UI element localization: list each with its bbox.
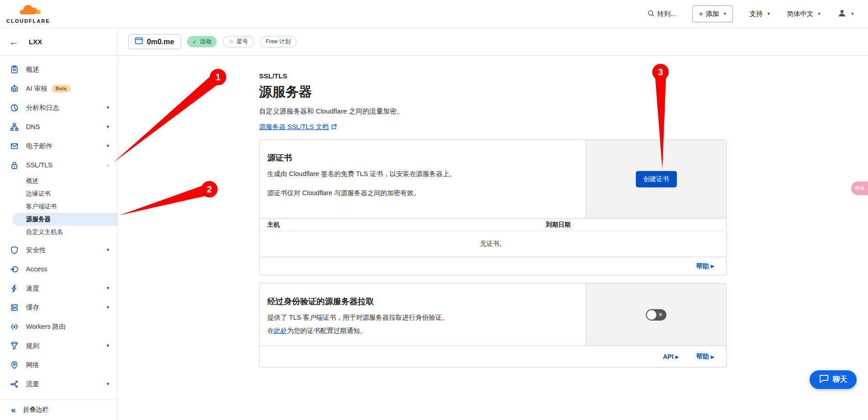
add-button[interactable]: + 添加 ▼	[692, 5, 733, 22]
star-badge[interactable]: ☆ 星号	[223, 36, 254, 47]
chat-label: 聊天	[833, 375, 847, 384]
origin-certificates-card: 源证书 生成由 Cloudflare 签名的免费 TLS 证书，以安装在源服务器…	[259, 140, 727, 275]
sidebar-item-analytics-logs[interactable]: 分析和日志▼	[0, 98, 117, 117]
sidebar-item-label: Workers 路由	[26, 322, 66, 331]
sidebar-nav: 概述AI 审核Beta分析和日志▼DNS▼电子邮件▼SSL/TLS▲概述边缘证书…	[0, 56, 117, 394]
here-link[interactable]: 此处	[274, 327, 287, 334]
sidebar-subitem-origin-server[interactable]: 源服务器	[12, 213, 117, 226]
status-badge-label: 活动	[200, 38, 211, 46]
language-menu[interactable]: 简体中文 ▼	[787, 10, 821, 18]
create-certificate-button[interactable]: 创建证书	[636, 171, 677, 187]
collapse-sidebar-label: 折叠边栏	[23, 406, 49, 414]
toggle-knob	[647, 310, 656, 320]
chevron-down-icon: ▼	[106, 305, 110, 310]
sidebar-item-label: 网络	[26, 361, 39, 369]
sidebar-item-network[interactable]: 网络	[0, 355, 117, 374]
translate-widget[interactable]: 中A	[851, 181, 868, 195]
beta-badge: Beta	[52, 85, 71, 93]
sidebar-item-label: 缓存	[26, 303, 39, 312]
translate-icon: 中A	[855, 185, 864, 192]
annotation-number: 2	[207, 184, 212, 194]
sidebar-item-label: 电子邮件	[26, 142, 52, 150]
cloudflare-logo-text: CLOUDFLARE	[6, 18, 50, 24]
overview-icon	[10, 65, 19, 74]
annotation-number: 1	[215, 72, 220, 82]
origin-certificates-action-panel: 创建证书	[586, 140, 726, 218]
section-eyebrow: SSL/TLS	[259, 72, 727, 80]
chevron-down-icon: ▼	[817, 12, 821, 16]
speed-icon	[10, 284, 19, 293]
annotation-arrow-2: 2	[120, 181, 218, 215]
sidebar-item-ssl-tls[interactable]: SSL/TLS▲	[0, 156, 117, 175]
chevron-down-icon: ▼	[851, 12, 854, 16]
cloudflare-cloud-icon	[13, 5, 43, 19]
account-back-row: ← LXX	[0, 28, 117, 56]
zone-bar: 0m0.me ✓ 活动 ☆ 星号 Free 计划	[118, 28, 868, 56]
authenticated-origin-pulls-desc: 提供了 TLS 客户端证书，用于对源服务器拉取进行身份验证。	[267, 313, 572, 322]
sidebar-item-dns[interactable]: DNS▼	[0, 117, 117, 136]
support-label: 支持	[749, 10, 763, 18]
chevron-right-icon: ▶	[711, 264, 714, 269]
sidebar-subitem-client-certificates[interactable]: 客户端证书	[0, 200, 117, 213]
sidebar-item-label: 概述	[26, 65, 39, 74]
api-link[interactable]: API ▶	[663, 353, 679, 360]
analytics-icon	[10, 103, 19, 112]
sidebar-item-speed[interactable]: 速度▼	[0, 279, 117, 298]
sidebar-subitem-ssl-overview[interactable]: 概述	[0, 175, 117, 187]
sidebar-item-rules[interactable]: 规则▼	[0, 336, 117, 355]
sidebar-item-label: DNS	[26, 123, 40, 130]
domain-selector-button[interactable]: 0m0.me	[128, 34, 181, 49]
collapse-sidebar-button[interactable]: « 折叠边栏	[0, 399, 117, 420]
authenticated-origin-pulls-toggle[interactable]: ✕	[646, 309, 666, 321]
email-icon	[10, 141, 19, 150]
star-icon: ☆	[229, 38, 234, 45]
page-title: 源服务器	[259, 83, 727, 101]
go-to-label: 转到...	[657, 10, 676, 18]
sidebar-item-label: 安全性	[26, 246, 46, 254]
chat-bubble-icon	[819, 374, 829, 385]
star-badge-label: 星号	[237, 38, 248, 46]
origin-ssl-docs-link[interactable]: 源服务器 SSL/TLS 文档	[259, 123, 329, 130]
shield-icon	[10, 245, 19, 254]
account-menu[interactable]: ▼	[837, 9, 854, 19]
chevron-down-icon: ▼	[723, 12, 727, 16]
help-link[interactable]: 帮助 ▶	[696, 353, 714, 361]
sidebar: ← LXX 概述AI 审核Beta分析和日志▼DNS▼电子邮件▼SSL/TLS▲…	[0, 28, 118, 420]
certificates-table-header: 主机 到期日期	[260, 218, 726, 231]
origin-certificates-body: 源证书 生成由 Cloudflare 签名的免费 TLS 证书，以安装在源服务器…	[260, 140, 726, 218]
sidebar-subitem-custom-hostnames[interactable]: 自定义主机名	[0, 226, 117, 239]
sidebar-subitem-label: 概述	[26, 177, 38, 185]
chevron-up-icon: ▲	[106, 163, 110, 167]
go-to-search[interactable]: 转到...	[648, 10, 676, 18]
authenticated-origin-pulls-title: 经过身份验证的源服务器拉取	[267, 296, 572, 307]
certificates-empty-state: 无证书。	[260, 231, 726, 257]
plan-badge[interactable]: Free 计划	[260, 36, 296, 47]
back-arrow-icon[interactable]: ←	[9, 37, 19, 47]
status-badge: ✓ 活动	[187, 36, 217, 47]
support-menu[interactable]: 支持 ▼	[749, 10, 770, 18]
check-icon: ✓	[192, 38, 197, 45]
sidebar-subitem-edge-certificates[interactable]: 边缘证书	[0, 187, 117, 200]
sidebar-item-email[interactable]: 电子邮件▼	[0, 136, 117, 156]
header-actions: 转到... + 添加 ▼ 支持 ▼ 简体中文 ▼ ▼	[648, 5, 854, 22]
sidebar-item-overview[interactable]: 概述	[0, 60, 117, 79]
sidebar-item-security[interactable]: 安全性▼	[0, 240, 117, 259]
chat-button[interactable]: 聊天	[810, 370, 857, 389]
sidebar-item-ai-audit[interactable]: AI 审核Beta	[0, 79, 117, 98]
cloudflare-logo[interactable]: CLOUDFLARE	[6, 5, 50, 24]
sidebar-item-traffic[interactable]: 流量▼	[0, 374, 117, 394]
help-link[interactable]: 帮助 ▶	[696, 262, 714, 270]
dns-icon	[10, 122, 19, 131]
sidebar-subitem-label: 自定义主机名	[26, 228, 63, 236]
ai-icon	[10, 84, 19, 93]
page-subtitle: 自定义源服务器和 Cloudflare 之间的流量加密。	[259, 107, 727, 116]
network-icon	[10, 360, 19, 369]
sidebar-item-access[interactable]: Access	[0, 259, 117, 279]
search-icon	[648, 10, 655, 18]
chevron-down-icon: ▼	[106, 382, 110, 386]
sidebar-item-workers-routes[interactable]: Workers 路由	[0, 317, 117, 336]
toggle-off-x-icon: ✕	[658, 312, 663, 317]
sidebar-item-cache[interactable]: 缓存▼	[0, 298, 117, 317]
chevron-down-icon: ▼	[106, 105, 110, 110]
help-link-label: 帮助	[696, 353, 709, 361]
